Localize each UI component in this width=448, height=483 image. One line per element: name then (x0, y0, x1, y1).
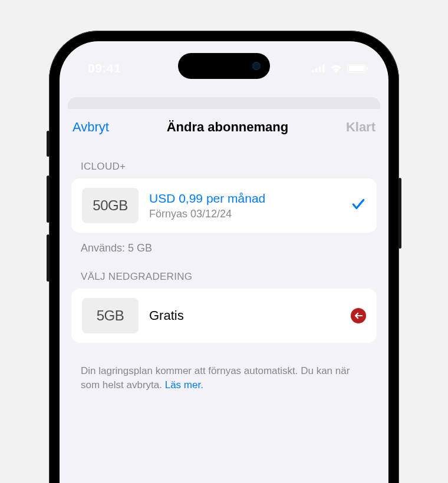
page-title: Ändra abonnemang (167, 120, 289, 135)
footer-body: Din lagringsplan kommer att förnyas auto… (81, 365, 350, 391)
plan-size-badge: 5GB (82, 298, 139, 333)
status-indicators (312, 64, 366, 73)
plan-renewal: Förnyas 03/12/24 (149, 208, 340, 220)
volume-down-button (47, 234, 50, 282)
downgrade-plan-row[interactable]: 5GB Gratis (71, 289, 377, 343)
phone-bezel: 09:41 (54, 35, 394, 483)
checkmark-icon (351, 197, 366, 214)
dynamic-island (178, 53, 270, 79)
modal-sheet: Avbryt Ändra abonnemang Klart ICLOUD+ 50… (60, 109, 388, 483)
section-header-icloud: ICLOUD+ (71, 149, 377, 178)
learn-more-link[interactable]: Läs mer. (165, 379, 203, 391)
phone-frame: 09:41 (49, 31, 399, 483)
done-button[interactable]: Klart (346, 120, 375, 135)
status-time: 09:41 (88, 61, 121, 75)
svg-rect-0 (312, 70, 314, 72)
power-button (398, 178, 401, 249)
side-button (47, 131, 50, 157)
battery-icon (347, 64, 366, 73)
section-header-downgrade: VÄLJ NEDGRADERING (71, 259, 377, 289)
cancel-button[interactable]: Avbryt (73, 120, 109, 135)
stage: 09:41 (0, 0, 448, 483)
footer-text: Din lagringsplan kommer att förnyas auto… (71, 343, 377, 392)
volume-up-button (47, 176, 50, 223)
arrow-left-icon (351, 308, 366, 323)
plan-price: USD 0,99 per månad (149, 191, 340, 206)
cellular-icon (312, 64, 325, 72)
svg-rect-1 (315, 68, 318, 72)
usage-text: Används: 5 GB (71, 233, 377, 259)
plan-size-badge: 50GB (82, 188, 139, 223)
content-area: ICLOUD+ 50GB USD 0,99 per månad Förnyas … (60, 143, 388, 392)
plan-free-label: Gratis (149, 308, 340, 323)
camera-icon (252, 62, 261, 70)
nav-bar: Avbryt Ändra abonnemang Klart (60, 109, 388, 143)
plan-details: USD 0,99 per månad Förnyas 03/12/24 (149, 191, 340, 220)
screen: 09:41 (60, 41, 388, 483)
wifi-icon (330, 64, 342, 73)
svg-rect-2 (319, 67, 321, 72)
current-plan-row[interactable]: 50GB USD 0,99 per månad Förnyas 03/12/24 (71, 178, 377, 233)
svg-rect-3 (322, 64, 325, 72)
